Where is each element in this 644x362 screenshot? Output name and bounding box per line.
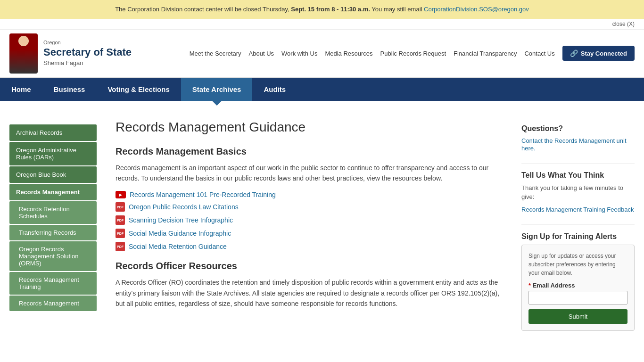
sidebar-item-records-management[interactable]: Records Management (9, 184, 97, 200)
sidebar: Archival Records Oregon Administrative R… (9, 124, 97, 342)
list-item: Records Management 101 Pre-Recorded Trai… (116, 191, 503, 198)
signup-section: Sign Up for Training Alerts Sign up for … (521, 232, 635, 331)
stay-connected-button[interactable]: Stay Connected (562, 46, 635, 61)
questions-section: Questions? Contact the Records Managemen… (521, 124, 635, 152)
divider1 (521, 163, 635, 164)
resource-links: Records Management 101 Pre-Recorded Trai… (116, 191, 503, 251)
signup-body: Sign up for updates or access your subsc… (528, 252, 627, 277)
main-content: Records Management Guidance Records Mana… (106, 110, 512, 342)
sidebar-item-archival-records[interactable]: Archival Records (9, 124, 97, 141)
alert-text-after: You may still email (372, 6, 422, 13)
pdf-icon-social-retention: PDF (116, 242, 125, 251)
nav-audits[interactable]: Audits (252, 78, 297, 101)
email-input[interactable] (528, 291, 627, 304)
page-wrapper: Archival Records Oregon Administrative R… (0, 101, 644, 352)
resource-link-scanning[interactable]: Scanning Decision Tree Infographic (129, 216, 233, 224)
section1-title: Records Management Basics (116, 146, 503, 157)
list-item: PDF Social Media Guidance Infographic (116, 229, 503, 238)
top-nav-contact[interactable]: Contact Us (524, 50, 554, 57)
feedback-section: Tell Us What You Think Thank you for tak… (521, 171, 635, 213)
secretary-photo (9, 33, 38, 74)
site-header: Oregon Secretary of State Shemia Fagan M… (0, 30, 644, 78)
sidebar-item-records-management-sub[interactable]: Records Management (9, 296, 97, 311)
nav-state-archives[interactable]: State Archives (181, 78, 253, 101)
top-nav-financial[interactable]: Financial Transparency (454, 50, 517, 57)
top-nav-media[interactable]: Media Resources (325, 50, 372, 57)
list-item: PDF Scanning Decision Tree Infographic (116, 215, 503, 225)
sidebar-item-training[interactable]: Records Management Training (9, 272, 97, 295)
pdf-icon-citations: PDF (116, 202, 125, 212)
logo-text-block: Oregon Secretary of State Shemia Fagan (43, 39, 132, 67)
sidebar-item-oars[interactable]: Oregon Administrative Rules (OARs) (9, 142, 97, 165)
site-logo: Oregon Secretary of State Shemia Fagan (0, 30, 141, 77)
sidebar-item-retention-schedules[interactable]: Records Retention Schedules (9, 201, 97, 224)
sidebar-item-orms[interactable]: Oregon Records Management Solution (ORMS… (9, 241, 97, 271)
pdf-icon-scanning: PDF (116, 215, 125, 225)
nav-home[interactable]: Home (0, 78, 42, 101)
top-nav-meet[interactable]: Meet the Secretary (190, 50, 241, 57)
close-bar: close (X) (0, 19, 644, 30)
top-nav-work[interactable]: Work with Us (281, 50, 317, 57)
sidebar-item-transferring-records[interactable]: Transferring Records (9, 225, 97, 240)
top-nav-records[interactable]: Public Records Request (380, 50, 446, 57)
signup-box: Sign up for updates or access your subsc… (521, 245, 635, 331)
questions-link[interactable]: Contact the Records Management unit here… (521, 137, 627, 152)
alert-text-before: The Corporation Division contact center … (115, 6, 289, 13)
nav-business[interactable]: Business (42, 78, 97, 101)
sos-label: Secretary of State (43, 46, 132, 59)
signup-title: Sign Up for Training Alerts (521, 232, 635, 241)
top-nav: Meet the Secretary About Us Work with Us… (190, 46, 635, 61)
right-sidebar: Questions? Contact the Records Managemen… (521, 110, 635, 342)
resource-link-social-retention[interactable]: Social Media Retention Guidance (129, 243, 227, 250)
section2-body: A Records Officer (RO) coordinates the r… (116, 277, 503, 309)
section2-title: Records Officer Resources (116, 261, 503, 272)
main-nav: Home Business Voting & Elections State A… (0, 78, 644, 101)
secretary-name: Shemia Fagan (43, 59, 132, 67)
alert-email-link[interactable]: CorporationDivision.SOS@oregon.gov (424, 6, 529, 13)
list-item: PDF Oregon Public Records Law Citations (116, 202, 503, 212)
list-item: PDF Social Media Retention Guidance (116, 242, 503, 251)
resource-link-training101[interactable]: Records Management 101 Pre-Recorded Trai… (130, 191, 276, 198)
divider2 (521, 224, 635, 225)
section1-body: Records management is an important aspec… (116, 163, 503, 184)
submit-button[interactable]: Submit (528, 309, 627, 324)
header-left: Oregon Secretary of State Shemia Fagan (0, 30, 141, 77)
email-label-text: Email Address (533, 282, 575, 289)
close-button[interactable]: close (X) (612, 21, 635, 27)
pdf-icon-social-guidance: PDF (116, 229, 125, 238)
page-title: Records Management Guidance (116, 120, 503, 135)
email-label: * Email Address (528, 282, 627, 289)
required-star: * (528, 282, 531, 289)
alert-banner: The Corporation Division contact center … (0, 0, 644, 19)
feedback-body: Thank you for taking a few minutes to gi… (521, 183, 635, 202)
oregon-label: Oregon (43, 39, 132, 46)
nav-voting[interactable]: Voting & Elections (96, 78, 181, 101)
feedback-link[interactable]: Records Management Training Feedback (521, 206, 634, 213)
resource-link-citations[interactable]: Oregon Public Records Law Citations (129, 203, 239, 211)
resource-link-social-guidance[interactable]: Social Media Guidance Infographic (129, 230, 231, 237)
feedback-title: Tell Us What You Think (521, 171, 635, 180)
youtube-icon (116, 191, 126, 198)
sidebar-item-blue-book[interactable]: Oregon Blue Book (9, 166, 97, 183)
questions-title: Questions? (521, 124, 635, 133)
alert-bold-text: Sept. 15 from 8 - 11:30 a.m. (291, 6, 370, 13)
top-nav-about[interactable]: About Us (249, 50, 274, 57)
